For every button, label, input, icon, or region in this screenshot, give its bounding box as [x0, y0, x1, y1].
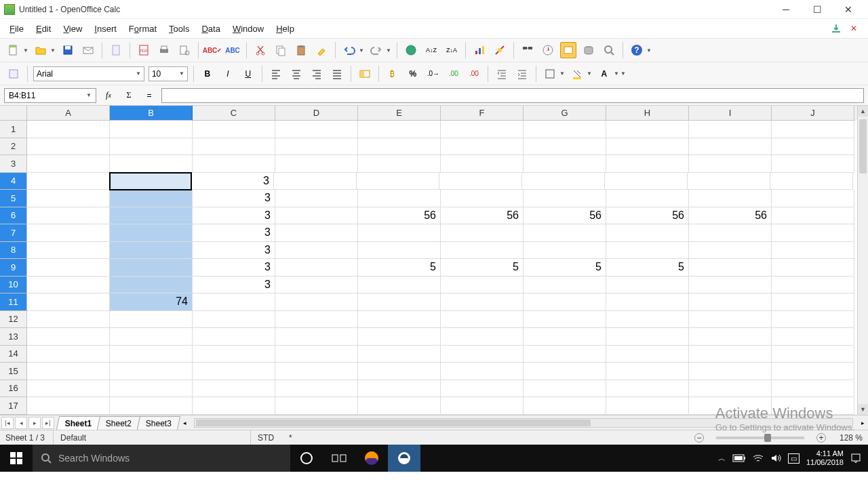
cell-F15[interactable] [441, 363, 524, 380]
cell-J1[interactable] [772, 121, 854, 138]
cell-H14[interactable] [606, 346, 689, 363]
cell-G1[interactable] [524, 121, 606, 138]
tray-battery-icon[interactable] [732, 454, 746, 462]
tab-next-icon[interactable]: ▸ [28, 417, 41, 429]
cell-A17[interactable] [27, 397, 110, 415]
cell-J6[interactable] [772, 207, 854, 225]
align-center-icon[interactable] [288, 66, 304, 82]
cell-F9[interactable]: 5 [441, 259, 524, 277]
taskbar-taskview-icon[interactable] [323, 445, 355, 472]
cell-J2[interactable] [772, 138, 854, 156]
row-header-6[interactable]: 6 [0, 207, 27, 225]
navigator-icon[interactable] [540, 42, 556, 58]
scroll-down-icon[interactable]: ▼ [858, 404, 868, 415]
font-size-combo[interactable]: 10▼ [149, 66, 188, 81]
cell-B3[interactable] [110, 155, 193, 173]
cell-D15[interactable] [275, 363, 358, 380]
cell-F16[interactable] [441, 380, 524, 398]
row-header-11[interactable]: 11 [0, 293, 27, 311]
minimize-button[interactable]: ─ [770, 0, 802, 19]
cell-B11[interactable]: 74 [110, 293, 193, 311]
cell-A3[interactable] [27, 155, 110, 173]
taskbar-cortana-icon[interactable] [290, 445, 323, 472]
taskbar-search[interactable]: Search Windows [33, 445, 290, 472]
merge-cells-icon[interactable] [357, 66, 373, 82]
cell-C6[interactable]: 3 [193, 207, 275, 225]
cell-E7[interactable] [358, 224, 441, 242]
cell-G6[interactable]: 56 [524, 207, 606, 225]
menu-window[interactable]: Window [227, 21, 269, 37]
cell-G5[interactable] [524, 190, 606, 207]
cell-A13[interactable] [27, 328, 110, 346]
cell-J13[interactable] [772, 328, 854, 346]
spellcheck-icon[interactable]: ABC✔ [204, 42, 220, 58]
cell-F3[interactable] [441, 155, 524, 173]
cell-F11[interactable] [441, 293, 524, 311]
cell-E6[interactable]: 56 [358, 207, 441, 225]
cell-C7[interactable]: 3 [193, 224, 275, 242]
cell-G9[interactable]: 5 [524, 259, 606, 277]
maximize-button[interactable]: ☐ [802, 0, 833, 19]
cell-D2[interactable] [275, 138, 358, 156]
menu-edit[interactable]: Edit [31, 21, 56, 37]
align-justify-icon[interactable] [329, 66, 345, 82]
cell-F17[interactable] [441, 397, 524, 415]
cell-E3[interactable] [358, 155, 441, 173]
cell-C9[interactable]: 3 [193, 259, 275, 277]
copy-icon[interactable] [273, 42, 289, 58]
cell-J8[interactable] [772, 242, 854, 260]
cell-E9[interactable]: 5 [358, 259, 441, 277]
cell-J5[interactable] [772, 190, 854, 207]
cell-A12[interactable] [27, 311, 110, 329]
menu-view[interactable]: View [58, 21, 87, 37]
v-scroll-thumb[interactable] [859, 119, 867, 174]
cell-E2[interactable] [358, 138, 441, 156]
col-header-H[interactable]: H [606, 106, 689, 121]
cell-B17[interactable] [110, 397, 193, 415]
cell-C14[interactable] [193, 346, 275, 363]
cell-I11[interactable] [689, 293, 772, 311]
row-header-17[interactable]: 17 [0, 397, 27, 415]
cell-H11[interactable] [606, 293, 689, 311]
print-icon[interactable] [156, 42, 172, 58]
menu-format[interactable]: Format [123, 21, 162, 37]
number-del-decimal-icon[interactable]: .00 [446, 66, 462, 82]
tray-chevron-icon[interactable]: ︿ [718, 453, 726, 464]
row-header-7[interactable]: 7 [0, 224, 27, 242]
cell-D17[interactable] [275, 397, 358, 415]
row-header-1[interactable]: 1 [0, 121, 27, 138]
cell-J3[interactable] [772, 155, 854, 173]
cell-E16[interactable] [358, 380, 441, 398]
cell-H12[interactable] [606, 311, 689, 329]
cell-A14[interactable] [27, 346, 110, 363]
cell-J9[interactable] [772, 259, 854, 277]
new-doc-dropdown[interactable]: ▼ [23, 42, 28, 58]
show-draw-icon[interactable] [492, 42, 508, 58]
cell-F13[interactable] [441, 328, 524, 346]
cell-F12[interactable] [441, 311, 524, 329]
cell-H5[interactable] [606, 190, 689, 207]
cell-I14[interactable] [689, 346, 772, 363]
cell-C8[interactable]: 3 [193, 242, 275, 260]
cell-J15[interactable] [772, 363, 854, 380]
cell-F6[interactable]: 56 [441, 207, 524, 225]
row-header-14[interactable]: 14 [0, 346, 27, 363]
menu-help[interactable]: Help [271, 21, 300, 37]
cell-E15[interactable] [358, 363, 441, 380]
cell-I1[interactable] [689, 121, 772, 138]
cell-I15[interactable] [689, 363, 772, 380]
cell-A5[interactable] [27, 190, 110, 207]
tab-first-icon[interactable]: |◂ [1, 417, 14, 429]
row-header-16[interactable]: 16 [0, 380, 27, 398]
cut-icon[interactable] [252, 42, 269, 58]
cell-E13[interactable] [358, 328, 441, 346]
cell-A16[interactable] [27, 380, 110, 398]
cell-H13[interactable] [606, 328, 689, 346]
cell-G4[interactable] [522, 173, 605, 190]
help-icon[interactable]: ? [629, 42, 645, 58]
undo-dropdown[interactable]: ▼ [359, 42, 364, 58]
cell-D10[interactable] [275, 277, 358, 294]
tray-notifications-icon[interactable] [850, 453, 861, 464]
close-button[interactable]: ✕ [833, 0, 864, 19]
number-add-decimal-icon[interactable]: .0→ [425, 66, 441, 82]
